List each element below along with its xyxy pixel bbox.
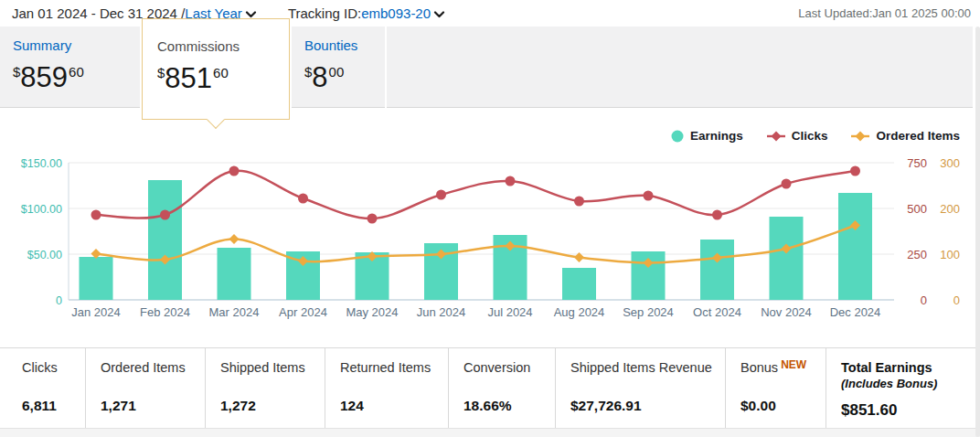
stat-shipped-items-revenue: Shipped Items Revenue $27,726.91 [555,348,725,428]
tab-strip-filler [387,27,973,108]
svg-text:May 2024: May 2024 [346,305,398,319]
tab-bounties-label: Bounties [304,37,385,53]
summary-stats-row: Clicks 6,811 Ordered Items 1,271 Shipped… [0,347,980,428]
tab-commissions-value: $85160 [157,62,289,95]
tab-summary[interactable]: Summary $85960 [0,27,140,108]
svg-text:Mar 2024: Mar 2024 [209,305,260,319]
selected-tab-pointer [207,111,225,129]
svg-text:Sep 2024: Sep 2024 [623,305,674,319]
chart-legend: Earnings Clicks Ordered Items [671,129,960,143]
svg-text:$100.00: $100.00 [21,203,62,216]
earnings-chart: $150.00$100.00$50.0007505002500300200100… [0,146,980,329]
svg-text:0: 0 [56,294,62,307]
tracking-id-label: Tracking ID: [288,5,361,21]
tracking-id-dropdown[interactable]: emb093-20 [361,5,431,21]
clicks-marker-icon [767,131,785,142]
tab-commissions-selected[interactable]: Commissions $85160 [142,18,290,120]
svg-text:500: 500 [907,202,927,216]
earnings-tabs: Summary $85960 Commissions $85160 Bounti… [0,27,973,109]
svg-text:$50.00: $50.00 [27,249,62,261]
tab-summary-value: $85960 [13,61,140,94]
svg-text:Oct 2024: Oct 2024 [693,305,741,319]
last-updated-text: Last Updated:Jan 01 2025 00:00 [798,6,975,20]
stat-returned-items: Returned Items 124 [325,348,448,428]
svg-text:Jul 2024: Jul 2024 [487,305,532,319]
svg-text:Dec 2024: Dec 2024 [830,305,881,319]
svg-text:300: 300 [940,156,960,170]
chevron-down-icon[interactable] [433,11,445,19]
svg-text:100: 100 [940,248,960,261]
stat-total-earnings: Total Earnings (Includes Bonus) $851.60 [826,348,980,428]
svg-text:200: 200 [940,202,960,216]
ordered-items-marker-icon [851,131,869,142]
stat-bonus: BonusNEW $0.00 [725,348,826,428]
svg-text:Aug 2024: Aug 2024 [554,305,605,319]
svg-text:$150.00: $150.00 [21,157,62,170]
svg-text:750: 750 [907,156,927,170]
tab-summary-label: Summary [13,37,140,53]
chart-canvas: $150.00$100.00$50.0007505002500300200100… [0,146,980,329]
tab-bounties-value: $800 [304,61,385,94]
tab-commissions-label: Commissions [157,38,289,54]
legend-clicks[interactable]: Clicks [767,129,828,143]
legend-earnings[interactable]: Earnings [671,129,743,143]
next-section-edge [0,428,980,437]
svg-text:Jan 2024: Jan 2024 [71,305,121,319]
svg-text:0: 0 [953,293,960,307]
legend-ordered-items[interactable]: Ordered Items [851,129,960,143]
svg-text:Nov 2024: Nov 2024 [761,305,812,319]
tab-bounties[interactable]: Bounties $800 [292,27,385,108]
new-badge: NEW [781,358,806,371]
stat-ordered-items: Ordered Items 1,271 [85,348,205,428]
earnings-dot-icon [671,130,684,143]
stat-clicks: Clicks 6,811 [0,348,85,428]
stat-shipped-items: Shipped Items 1,272 [205,348,325,428]
svg-text:250: 250 [907,248,927,261]
stat-conversion: Conversion 18.66% [448,348,555,428]
scrollbar[interactable] [975,27,980,437]
svg-text:0: 0 [921,293,927,307]
svg-text:Feb 2024: Feb 2024 [140,305,190,319]
svg-text:Jun 2024: Jun 2024 [417,305,466,319]
svg-text:Apr 2024: Apr 2024 [279,305,327,319]
